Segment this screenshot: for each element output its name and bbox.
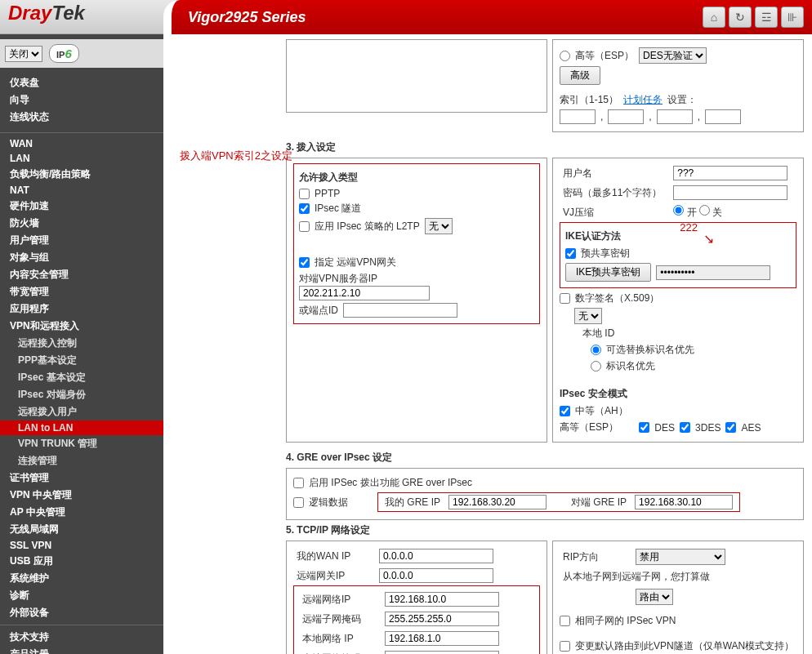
ike-psk-button[interactable]: IKE预共享密钥 [565, 263, 651, 282]
subj-radio[interactable] [591, 361, 601, 371]
nav-usb[interactable]: USB 应用 [0, 553, 163, 570]
des-select[interactable]: DES无验证 [639, 47, 707, 64]
esp-label: 高等（ESP） [560, 420, 618, 434]
nav-diag[interactable]: 诊断 [0, 587, 163, 604]
nav-vpn-central[interactable]: VPN 中央管理 [0, 487, 163, 504]
nav-dashboard[interactable]: 仪表盘 [0, 74, 163, 91]
ipsec-sec-title: IPsec 安全模式 [560, 387, 796, 401]
schedule-idx4[interactable] [705, 109, 741, 124]
rip-select[interactable]: 禁用 [636, 549, 725, 565]
peer-id-input[interactable] [343, 303, 457, 318]
l2tp-checkbox[interactable] [299, 221, 310, 232]
settings-icon[interactable]: ☲ [755, 7, 778, 28]
l2tp-policy-select[interactable]: 无 [425, 218, 453, 234]
change-default-checkbox[interactable] [560, 641, 570, 652]
3des-checkbox[interactable] [680, 422, 690, 433]
nav-cert[interactable]: 证书管理 [0, 469, 163, 487]
schedule-idx1[interactable] [560, 109, 596, 124]
x509-select[interactable]: 无 [574, 308, 602, 324]
nav-remote-dialin[interactable]: 远程拨入用户 [0, 403, 163, 420]
vj-off-radio[interactable] [699, 205, 710, 216]
username-input[interactable] [673, 166, 787, 180]
advanced-button[interactable]: 高级 [560, 66, 600, 85]
high-esp-label: 高等（ESP） [575, 49, 634, 63]
refresh-icon[interactable]: ↻ [729, 7, 752, 28]
ah-checkbox[interactable] [560, 406, 570, 416]
ipv6-badge[interactable]: IP6 [49, 44, 79, 63]
sidebar-mode-select[interactable]: 关闭 [5, 46, 42, 62]
nav-loadbalance[interactable]: 负载均衡/路由策略 [0, 166, 163, 183]
nav-external[interactable]: 外部设备 [0, 604, 163, 621]
ipsec-label: IPsec 隧道 [315, 202, 361, 216]
nav-wlan[interactable]: 无线局域网 [0, 521, 163, 538]
mywan-label: 我的WAN IP [293, 546, 376, 566]
des-checkbox[interactable] [639, 422, 649, 433]
same-subnet-checkbox[interactable] [560, 616, 570, 626]
nav-ap-central[interactable]: AP 中央管理 [0, 504, 163, 521]
nav-ipsec-peer[interactable]: IPsec 对端身份 [0, 386, 163, 403]
home-icon[interactable]: ⌂ [703, 7, 725, 28]
nav-vpn-trunk[interactable]: VPN TRUNK 管理 [0, 435, 163, 452]
nav-wizard[interactable]: 向导 [0, 91, 163, 109]
alt-subj-radio[interactable] [591, 345, 601, 355]
top-bar: DrayTek Vigor2925 Series ⌂ ↻ ☲ ⊪ [0, 0, 812, 34]
nav-apps[interactable]: 应用程序 [0, 300, 163, 318]
ipsec-checkbox[interactable] [299, 203, 310, 214]
nav-ipsec-basic[interactable]: IPsec 基本设定 [0, 369, 163, 386]
password-input[interactable] [673, 185, 787, 200]
pptp-checkbox[interactable] [299, 189, 310, 199]
nav-firewall[interactable]: 防火墙 [0, 215, 163, 232]
peer-ip-input[interactable] [299, 286, 430, 300]
allow-title: 允许拨入类型 [299, 171, 534, 185]
schedule-idx2[interactable] [608, 109, 644, 124]
nav-support[interactable]: 技术支持 [0, 629, 163, 646]
x509-checkbox[interactable] [560, 293, 570, 304]
annotation-dialin: 拨入端VPN索引2之设定 [180, 149, 292, 163]
nav-usermgmt[interactable]: 用户管理 [0, 232, 163, 249]
remotegw-input[interactable] [379, 568, 493, 583]
nav-objects[interactable]: 对象与组 [0, 249, 163, 266]
localmask-input[interactable] [385, 651, 499, 654]
aes-checkbox[interactable] [725, 422, 736, 433]
dialin-left-panel: 允许拨入类型 PPTP IPsec 隧道 应用 IPsec 策略的 L2TP 无… [286, 158, 547, 443]
nav-sslvpn[interactable]: SSL VPN [0, 538, 163, 553]
localnet-input[interactable] [385, 631, 499, 646]
section4-title: 4. GRE over IPsec 设定 [286, 447, 804, 468]
nav-wan[interactable]: WAN [0, 136, 163, 151]
gre-enable-checkbox[interactable] [293, 478, 304, 488]
remote-gw-checkbox[interactable] [299, 257, 310, 268]
vj-on-radio[interactable] [673, 205, 684, 216]
nav-remote-access[interactable]: 远程接入控制 [0, 335, 163, 352]
nav-ppp-basic[interactable]: PPP基本设定 [0, 352, 163, 369]
schedule-link[interactable]: 计划任务 [623, 93, 663, 107]
high-esp-radio[interactable] [560, 51, 570, 61]
tcpip-right-panel: RIP方向禁用 从本地子网到远端子网，您打算做 路由 相同子网的 IPSec V… [552, 541, 804, 654]
mygre-input[interactable] [448, 495, 547, 509]
l2tp-label: 应用 IPsec 策略的 L2TP [315, 220, 420, 234]
nav-csm[interactable]: 内容安全管理 [0, 266, 163, 283]
gre-panel: 启用 IPSec 拨出功能 GRE over IPsec 逻辑数据 我的 GRE… [286, 468, 804, 520]
nav-lan[interactable]: LAN [0, 151, 163, 166]
vj-label: VJ压缩 [560, 202, 670, 222]
psk-input[interactable] [656, 265, 770, 280]
nav-nat[interactable]: NAT [0, 183, 163, 198]
nav-lan-to-lan[interactable]: LAN to LAN [0, 420, 163, 435]
schedule-idx3[interactable] [657, 109, 693, 124]
remotenet-input[interactable] [385, 592, 499, 607]
remotemask-input[interactable] [385, 612, 499, 626]
route-select[interactable]: 路由 [636, 589, 673, 605]
mywan-input[interactable] [379, 549, 493, 563]
nav-hwaccel[interactable]: 硬件加速 [0, 198, 163, 215]
logic-checkbox[interactable] [293, 497, 304, 508]
nav-bandwidth[interactable]: 带宽管理 [0, 283, 163, 300]
sliders-icon[interactable]: ⊪ [781, 7, 804, 28]
nav-conn-mgmt[interactable]: 连接管理 [0, 452, 163, 469]
nav-sysmaint[interactable]: 系统维护 [0, 570, 163, 587]
localmask-label: 本地网络掩码 [299, 648, 381, 654]
nav-vpn[interactable]: VPN和远程接入 [0, 318, 163, 335]
nav-online-status[interactable]: 连线状态 [0, 109, 163, 126]
password-label: 密码（最多11个字符） [560, 183, 670, 202]
psk-checkbox[interactable] [565, 248, 576, 259]
nav-register[interactable]: 产品注册 [0, 646, 163, 654]
peergre-input[interactable] [635, 495, 733, 509]
